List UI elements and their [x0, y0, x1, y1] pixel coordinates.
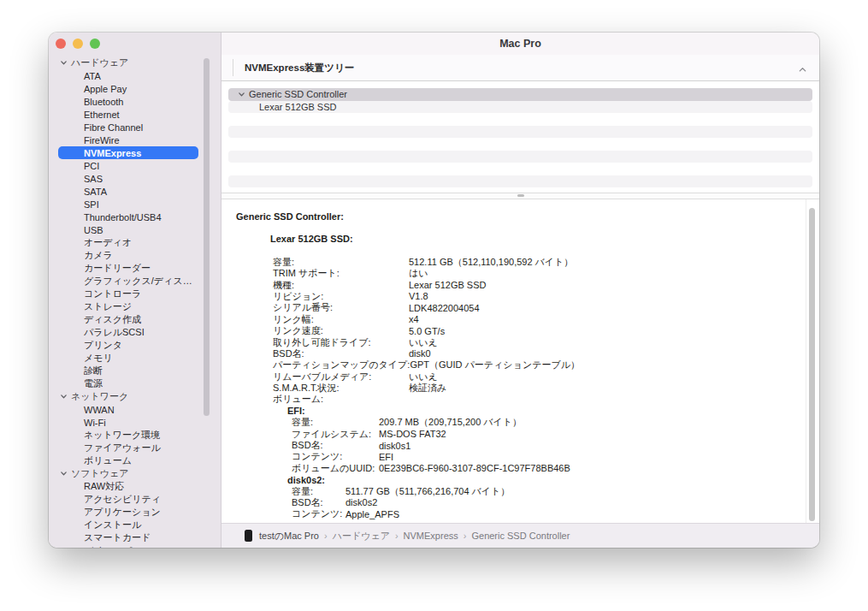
sidebar-item-label: 電源 — [84, 377, 103, 390]
chevron-up-icon[interactable] — [798, 62, 807, 72]
sidebar-item[interactable]: 電源 — [58, 377, 198, 390]
splitter[interactable] — [221, 193, 819, 199]
sidebar-item[interactable]: コントローラ — [58, 288, 198, 300]
breadcrumb-item[interactable]: ハードウェア — [333, 531, 390, 541]
minimize-button[interactable] — [73, 39, 83, 49]
detail-label: ボリュームのUUID: — [292, 462, 379, 475]
sidebar-group[interactable]: ソフトウェア — [58, 467, 198, 480]
tree-row-empty — [228, 113, 812, 126]
detail-label: disk0s2: — [287, 475, 325, 485]
detail-scrollbar-track — [806, 199, 819, 523]
sidebar-item[interactable]: SAS — [58, 172, 198, 185]
detail-line: リンク速度:5.0 GT/s — [236, 325, 794, 336]
sidebar-item[interactable]: ファイアウォール — [58, 442, 198, 454]
sidebar-item[interactable]: アプリケーション — [58, 506, 198, 519]
sidebar-item[interactable]: ディスク作成 — [58, 313, 198, 326]
sidebar-item[interactable]: SPI — [58, 198, 198, 211]
detail-value: Apple_APFS — [345, 509, 399, 519]
sidebar-item[interactable]: Ethernet — [58, 108, 198, 121]
sidebar-item[interactable]: アクセシビリティ — [58, 493, 198, 506]
sidebar-item-label: グラフィックス/ディス… — [84, 275, 192, 288]
sidebar-item[interactable]: PCI — [58, 159, 198, 172]
chevron-down-icon[interactable] — [238, 91, 245, 98]
splitter-handle[interactable] — [517, 194, 524, 197]
sidebar-item[interactable]: カードリーダー — [58, 262, 198, 275]
sidebar-item-label: ATA — [84, 71, 101, 81]
sidebar-item-label: Fibre Channel — [84, 122, 143, 133]
breadcrumb-separator: › — [464, 531, 467, 541]
sidebar-item[interactable]: FireWire — [58, 133, 198, 146]
tree-row-device[interactable]: Lexar 512GB SSD — [228, 101, 812, 114]
detail-line: コンテンツ:Apple_APFS — [236, 508, 794, 519]
sidebar-item[interactable]: Wi-Fi — [58, 416, 198, 429]
sidebar-item[interactable]: オーディオ — [58, 236, 198, 249]
sidebar-item-label: Wi-Fi — [84, 418, 106, 428]
chevron-down-icon — [60, 393, 68, 400]
detail-value: Lexar 512GB SSD — [409, 280, 487, 290]
sidebar-item-label: デベロッパ — [84, 544, 132, 548]
sidebar-item[interactable]: パラレルSCSI — [58, 326, 198, 339]
sidebar-item[interactable]: グラフィックス/ディス… — [58, 275, 198, 288]
detail-label: ボリューム: — [273, 393, 409, 406]
detail-spacer — [236, 222, 794, 233]
detail-value: disk0s2 — [345, 497, 377, 507]
sidebar-group[interactable]: ハードウェア — [58, 56, 198, 69]
sidebar-item[interactable]: Bluetooth — [58, 95, 198, 108]
sidebar-item-label: ファイアウォール — [84, 442, 161, 454]
detail-line: Generic SSD Controller: — [236, 211, 794, 222]
detail-value: LDK4822004054 — [409, 303, 480, 313]
detail-value: 512.11 GB（512,110,190,592 バイト） — [409, 256, 573, 269]
sidebar-item[interactable]: ネットワーク環境 — [58, 429, 198, 442]
sidebar-item-label: オーディオ — [84, 236, 132, 249]
sidebar-item[interactable]: SATA — [58, 185, 198, 198]
sidebar-item[interactable]: 診断 — [58, 365, 198, 377]
tree-row-empty — [228, 151, 812, 163]
sidebar-item-label: Bluetooth — [84, 97, 123, 107]
sidebar-item-label: アクセシビリティ — [84, 493, 161, 506]
sidebar-group[interactable]: ネットワーク — [58, 390, 198, 403]
detail-value: 511.77 GB（511,766,216,704 バイト） — [345, 485, 510, 498]
sidebar-item[interactable]: ストレージ — [58, 300, 198, 313]
detail-line: コンテンツ:EFI — [236, 451, 794, 462]
detail-label: Lexar 512GB SSD: — [270, 234, 353, 244]
sidebar-item-label: FireWire — [84, 135, 120, 145]
sidebar-item[interactable]: デベロッパ — [58, 544, 198, 548]
sidebar-item[interactable]: インストール — [58, 519, 198, 531]
breadcrumb-item[interactable]: testのMac Pro — [259, 531, 319, 541]
sidebar-item[interactable]: Apple Pay — [58, 82, 198, 95]
detail-value: EFI — [379, 452, 393, 462]
sidebar-item[interactable]: Thunderbolt/USB4 — [58, 211, 198, 223]
detail-spacer — [236, 245, 794, 256]
sidebar-item[interactable]: USB — [58, 223, 198, 236]
sidebar-item[interactable]: スマートカード — [58, 531, 198, 544]
chevron-down-icon — [60, 470, 68, 478]
detail-line: BSD名:disk0 — [236, 348, 794, 359]
detail-line: 容量:209.7 MB（209,715,200 バイト） — [236, 417, 794, 428]
window-controls — [56, 39, 100, 49]
sidebar-item-label: Thunderbolt/USB4 — [84, 212, 162, 222]
sidebar-item[interactable]: メモリ — [58, 352, 198, 365]
tree-row-label: Lexar 512GB SSD — [259, 102, 337, 112]
detail-label: Generic SSD Controller: — [236, 211, 344, 222]
sidebar-item[interactable]: プリンタ — [58, 339, 198, 352]
sidebar-item[interactable]: ATA — [58, 69, 198, 82]
breadcrumb-item[interactable]: NVMExpress — [404, 531, 458, 541]
sidebar-item-label: ディスク作成 — [84, 313, 141, 326]
breadcrumb-item[interactable]: Generic SSD Controller — [471, 531, 570, 541]
detail-value: disk0s1 — [379, 441, 410, 451]
sidebar-item[interactable]: カメラ — [58, 249, 198, 262]
maximize-button[interactable] — [90, 39, 100, 49]
tree-row-device[interactable]: Generic SSD Controller — [228, 88, 812, 101]
sidebar-item[interactable]: NVMExpress — [58, 146, 198, 159]
sidebar-scrollbar[interactable] — [204, 58, 210, 416]
tree-row-empty — [228, 163, 812, 175]
detail-scrollbar[interactable] — [809, 208, 815, 521]
detail-line: 容量:511.77 GB（511,766,216,704 バイト） — [236, 485, 794, 496]
sidebar-item[interactable]: ボリューム — [58, 454, 198, 467]
sidebar-item[interactable]: WWAN — [58, 403, 198, 416]
sidebar-item[interactable]: Fibre Channel — [58, 121, 198, 133]
close-button[interactable] — [56, 39, 66, 49]
sidebar-item[interactable]: RAW対応 — [58, 480, 198, 493]
detail-line: シリアル番号:LDK4822004054 — [236, 302, 794, 313]
titlebar[interactable]: Mac Pro — [221, 33, 819, 55]
